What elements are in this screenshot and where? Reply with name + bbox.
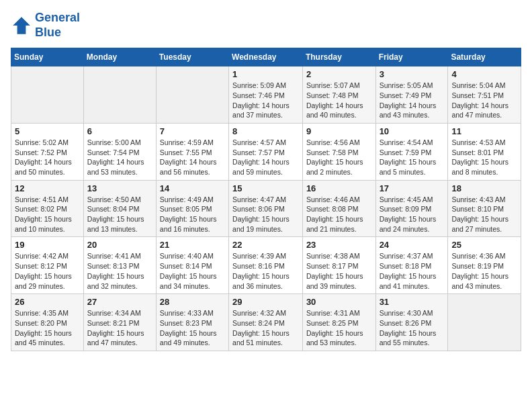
day-number: 8	[232, 126, 299, 136]
day-number: 9	[306, 126, 372, 136]
calendar-cell	[156, 66, 228, 124]
calendar-cell	[448, 294, 521, 351]
day-content: Sunrise: 5:04 AMSunset: 7:51 PMDaylight:…	[451, 81, 517, 120]
calendar-body: 1Sunrise: 5:09 AMSunset: 7:46 PMDaylight…	[11, 66, 521, 351]
day-number: 16	[306, 183, 372, 193]
calendar-cell: 22Sunrise: 4:39 AMSunset: 8:16 PMDayligh…	[229, 237, 303, 294]
calendar-cell: 21Sunrise: 4:40 AMSunset: 8:14 PMDayligh…	[156, 237, 228, 294]
weekday-header-tuesday: Tuesday	[156, 48, 228, 66]
day-number: 17	[380, 183, 445, 193]
day-number: 28	[160, 297, 225, 307]
day-content: Sunrise: 4:46 AMSunset: 8:08 PMDaylight:…	[306, 195, 372, 234]
logo-icon	[11, 15, 32, 36]
day-content: Sunrise: 4:53 AMSunset: 8:01 PMDaylight:…	[451, 138, 517, 177]
day-content: Sunrise: 4:36 AMSunset: 8:19 PMDaylight:…	[451, 251, 517, 291]
day-content: Sunrise: 4:59 AMSunset: 7:55 PMDaylight:…	[160, 138, 225, 177]
calendar-cell: 15Sunrise: 4:47 AMSunset: 8:06 PMDayligh…	[229, 180, 303, 237]
svg-marker-0	[13, 17, 30, 34]
day-content: Sunrise: 5:09 AMSunset: 7:46 PMDaylight:…	[232, 81, 299, 120]
day-number: 1	[232, 69, 299, 79]
day-number: 14	[160, 183, 225, 193]
day-content: Sunrise: 4:57 AMSunset: 7:57 PMDaylight:…	[232, 138, 299, 177]
day-number: 31	[380, 297, 445, 307]
calendar-cell: 27Sunrise: 4:34 AMSunset: 8:21 PMDayligh…	[83, 294, 156, 351]
day-number: 21	[160, 240, 225, 250]
calendar-cell: 7Sunrise: 4:59 AMSunset: 7:55 PMDaylight…	[156, 123, 228, 180]
day-content: Sunrise: 5:00 AMSunset: 7:54 PMDaylight:…	[87, 138, 152, 177]
day-content: Sunrise: 4:32 AMSunset: 8:24 PMDaylight:…	[232, 308, 299, 348]
weekday-header-saturday: Saturday	[448, 48, 521, 66]
day-number: 15	[232, 183, 299, 193]
calendar-cell: 17Sunrise: 4:45 AMSunset: 8:09 PMDayligh…	[375, 180, 448, 237]
calendar-cell: 24Sunrise: 4:37 AMSunset: 8:18 PMDayligh…	[375, 237, 448, 294]
calendar-cell	[11, 66, 84, 124]
day-content: Sunrise: 4:40 AMSunset: 8:14 PMDaylight:…	[160, 251, 225, 291]
day-content: Sunrise: 4:39 AMSunset: 8:16 PMDaylight:…	[232, 251, 299, 291]
weekday-header-thursday: Thursday	[302, 48, 375, 66]
calendar-cell: 25Sunrise: 4:36 AMSunset: 8:19 PMDayligh…	[448, 237, 521, 294]
calendar-cell: 19Sunrise: 4:42 AMSunset: 8:12 PMDayligh…	[11, 237, 84, 294]
day-content: Sunrise: 4:33 AMSunset: 8:23 PMDaylight:…	[160, 308, 225, 348]
day-content: Sunrise: 4:41 AMSunset: 8:13 PMDaylight:…	[87, 251, 152, 291]
day-number: 6	[87, 126, 152, 136]
calendar-cell: 2Sunrise: 5:07 AMSunset: 7:48 PMDaylight…	[302, 66, 375, 124]
day-number: 29	[232, 297, 299, 307]
calendar-cell: 13Sunrise: 4:50 AMSunset: 8:04 PMDayligh…	[83, 180, 156, 237]
day-number: 11	[451, 126, 517, 136]
calendar-cell: 14Sunrise: 4:49 AMSunset: 8:05 PMDayligh…	[156, 180, 228, 237]
weekday-header-friday: Friday	[375, 48, 448, 66]
day-content: Sunrise: 5:02 AMSunset: 7:52 PMDaylight:…	[15, 138, 80, 177]
calendar-week-3: 12Sunrise: 4:51 AMSunset: 8:02 PMDayligh…	[11, 180, 521, 237]
calendar-cell: 6Sunrise: 5:00 AMSunset: 7:54 PMDaylight…	[83, 123, 156, 180]
calendar-cell: 28Sunrise: 4:33 AMSunset: 8:23 PMDayligh…	[156, 294, 228, 351]
day-number: 3	[380, 69, 445, 79]
calendar-cell: 23Sunrise: 4:38 AMSunset: 8:17 PMDayligh…	[302, 237, 375, 294]
day-content: Sunrise: 4:37 AMSunset: 8:18 PMDaylight:…	[380, 251, 445, 291]
day-number: 10	[380, 126, 445, 136]
day-content: Sunrise: 5:07 AMSunset: 7:48 PMDaylight:…	[306, 81, 372, 120]
day-content: Sunrise: 4:56 AMSunset: 7:58 PMDaylight:…	[306, 138, 372, 177]
day-content: Sunrise: 4:49 AMSunset: 8:05 PMDaylight:…	[160, 195, 225, 234]
calendar-cell: 26Sunrise: 4:35 AMSunset: 8:20 PMDayligh…	[11, 294, 84, 351]
day-number: 24	[380, 240, 445, 250]
day-number: 23	[306, 240, 372, 250]
calendar-cell: 4Sunrise: 5:04 AMSunset: 7:51 PMDaylight…	[448, 66, 521, 124]
day-content: Sunrise: 5:05 AMSunset: 7:49 PMDaylight:…	[380, 81, 445, 120]
day-content: Sunrise: 4:34 AMSunset: 8:21 PMDaylight:…	[87, 308, 152, 348]
calendar-cell: 3Sunrise: 5:05 AMSunset: 7:49 PMDaylight…	[375, 66, 448, 124]
day-number: 4	[451, 69, 517, 79]
day-number: 7	[160, 126, 225, 136]
calendar-cell: 30Sunrise: 4:31 AMSunset: 8:25 PMDayligh…	[302, 294, 375, 351]
day-content: Sunrise: 4:43 AMSunset: 8:10 PMDaylight:…	[451, 195, 517, 234]
day-content: Sunrise: 4:50 AMSunset: 8:04 PMDaylight:…	[87, 195, 152, 234]
day-content: Sunrise: 4:35 AMSunset: 8:20 PMDaylight:…	[15, 308, 80, 348]
calendar-cell	[83, 66, 156, 124]
day-number: 18	[451, 183, 517, 193]
logo: General Blue	[11, 11, 80, 40]
day-content: Sunrise: 4:38 AMSunset: 8:17 PMDaylight:…	[306, 251, 372, 291]
day-content: Sunrise: 4:31 AMSunset: 8:25 PMDaylight:…	[306, 308, 372, 348]
calendar-cell: 5Sunrise: 5:02 AMSunset: 7:52 PMDaylight…	[11, 123, 84, 180]
calendar-cell: 1Sunrise: 5:09 AMSunset: 7:46 PMDaylight…	[229, 66, 303, 124]
calendar-cell: 29Sunrise: 4:32 AMSunset: 8:24 PMDayligh…	[229, 294, 303, 351]
calendar-cell: 18Sunrise: 4:43 AMSunset: 8:10 PMDayligh…	[448, 180, 521, 237]
calendar-cell: 10Sunrise: 4:54 AMSunset: 7:59 PMDayligh…	[375, 123, 448, 180]
day-number: 20	[87, 240, 152, 250]
day-content: Sunrise: 4:42 AMSunset: 8:12 PMDaylight:…	[15, 251, 80, 291]
weekday-header-row: SundayMondayTuesdayWednesdayThursdayFrid…	[11, 48, 521, 66]
page-header: General Blue	[11, 11, 521, 40]
calendar-week-5: 26Sunrise: 4:35 AMSunset: 8:20 PMDayligh…	[11, 294, 521, 351]
day-number: 27	[87, 297, 152, 307]
day-number: 12	[15, 183, 80, 193]
calendar-cell: 31Sunrise: 4:30 AMSunset: 8:26 PMDayligh…	[375, 294, 448, 351]
day-content: Sunrise: 4:54 AMSunset: 7:59 PMDaylight:…	[380, 138, 445, 177]
calendar-cell: 16Sunrise: 4:46 AMSunset: 8:08 PMDayligh…	[302, 180, 375, 237]
calendar-week-1: 1Sunrise: 5:09 AMSunset: 7:46 PMDaylight…	[11, 66, 521, 124]
calendar-cell: 12Sunrise: 4:51 AMSunset: 8:02 PMDayligh…	[11, 180, 84, 237]
day-number: 19	[15, 240, 80, 250]
weekday-header-wednesday: Wednesday	[229, 48, 303, 66]
day-number: 13	[87, 183, 152, 193]
calendar-cell: 8Sunrise: 4:57 AMSunset: 7:57 PMDaylight…	[229, 123, 303, 180]
calendar-week-2: 5Sunrise: 5:02 AMSunset: 7:52 PMDaylight…	[11, 123, 521, 180]
day-content: Sunrise: 4:30 AMSunset: 8:26 PMDaylight:…	[380, 308, 445, 348]
